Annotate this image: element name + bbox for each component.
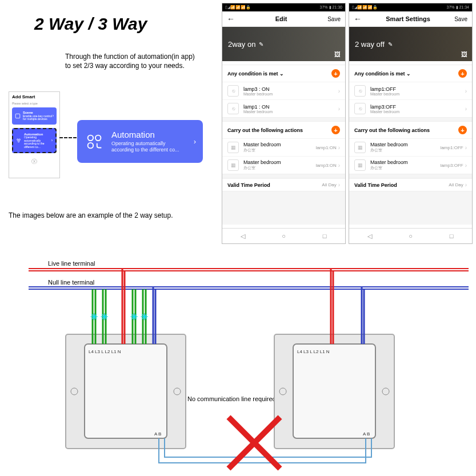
chevron-right-icon: › — [465, 106, 467, 112]
back-button[interactable]: ← — [227, 14, 235, 23]
automation-name: 2way on — [228, 40, 255, 49]
automation-icon — [84, 131, 106, 153]
status-right: 37% ▮ 21:34 — [447, 5, 469, 10]
switch-icon: ▦ — [227, 159, 239, 171]
nav-title: Smart Settings — [386, 15, 430, 22]
svg-text:✳: ✳ — [90, 312, 98, 322]
chevron-down-icon: ⌄ — [279, 71, 284, 77]
android-nav: ◁○□ — [349, 228, 472, 243]
status-left: ▯◢📶📶📶🔒 — [352, 5, 378, 10]
chevron-right-icon: › — [338, 145, 340, 151]
chevron-right-icon: › — [338, 182, 340, 188]
dashed-connector — [59, 137, 77, 138]
action-header: Carry out the following actions — [354, 127, 430, 133]
svg-text:L4 L3  L  L2 L1  N: L4 L3 L L2 L1 N — [297, 349, 330, 354]
edit-icon[interactable]: ✎ — [388, 41, 393, 47]
close-icon: ⓧ — [9, 158, 59, 166]
chevron-right-icon: › — [465, 182, 467, 188]
description-1: Through the function of automation(in ap… — [65, 53, 195, 70]
chevron-right-icon: › — [51, 138, 53, 142]
svg-point-6 — [88, 142, 94, 148]
nav-recent-icon[interactable]: □ — [304, 229, 345, 243]
chevron-right-icon: › — [465, 88, 467, 94]
add-condition-button[interactable]: + — [331, 69, 340, 78]
action-row[interactable]: ▦Master bedroom办公室lamp1:ON› — [222, 138, 345, 156]
nav-recent-icon[interactable]: □ — [431, 229, 472, 243]
mini-phone-add-smart: Add Smart Please select a type SceneEnab… — [9, 91, 60, 178]
phone-screenshot-smart-settings: ▯◢📶📶📶🔒37% ▮ 21:34 ← Smart Settings Save … — [349, 3, 473, 244]
svg-text:✳: ✳ — [101, 312, 108, 322]
switch-icon: ▦ — [227, 142, 239, 153]
mini-header: Add Smart — [9, 92, 59, 102]
svg-point-1 — [17, 139, 19, 141]
save-button[interactable]: Save — [454, 16, 467, 22]
nav-home-icon[interactable]: ○ — [263, 229, 305, 243]
chevron-down-icon: ⌄ — [406, 71, 411, 77]
hero-banner[interactable]: 2way on ✎ 🖼 — [222, 27, 345, 61]
add-action-button[interactable]: + — [331, 126, 340, 134]
action-row[interactable]: ▦Master bedroom办公室lamp1:OFF› — [349, 138, 472, 156]
device-icon: ⎋ — [354, 85, 366, 97]
hero-banner[interactable]: 2 way off ✎ 🖼 — [349, 27, 472, 61]
nav-back-icon[interactable]: ◁ — [349, 229, 390, 243]
action-header: Carry out the following actions — [227, 127, 303, 133]
description-2: The images below are an example of the 2… — [9, 211, 173, 219]
action-row[interactable]: ▦Master bedroom办公室lamp3:ON› — [222, 156, 345, 174]
valid-time-row[interactable]: Valid Time PeriodAll Day› — [222, 178, 345, 191]
add-condition-button[interactable]: + — [458, 69, 467, 78]
nav-home-icon[interactable]: ○ — [390, 229, 431, 243]
chevron-right-icon: › — [338, 88, 340, 94]
svg-text:✳: ✳ — [141, 312, 148, 322]
condition-row[interactable]: ⎋lamp3:OFFMaster bedroom› — [349, 99, 472, 117]
chevron-right-icon: › — [338, 106, 340, 112]
image-icon[interactable]: 🖼 — [334, 51, 341, 58]
automation-icon — [16, 138, 22, 143]
svg-rect-0 — [15, 114, 20, 118]
image-icon[interactable]: 🖼 — [461, 51, 467, 58]
wiring-svg: ✳✳ ✳✳ L4 L3 L L2 L1 N L4 L3 L L2 L1 N A … — [0, 251, 476, 476]
condition-header[interactable]: Any condition is met ⌄ — [354, 71, 411, 77]
device-icon: ⎋ — [227, 103, 239, 114]
back-button[interactable]: ← — [354, 14, 362, 23]
android-nav: ◁○□ — [222, 228, 345, 243]
edit-icon[interactable]: ✎ — [259, 41, 263, 47]
switch-icon: ▦ — [354, 142, 366, 153]
device-icon: ⎋ — [227, 85, 239, 97]
svg-point-2 — [19, 139, 21, 141]
condition-row[interactable]: ⎋lamp3 : ONMaster bedroom› — [222, 82, 345, 99]
automation-title: Automation — [111, 130, 194, 139]
chevron-right-icon: › — [465, 162, 467, 169]
add-action-button[interactable]: + — [458, 126, 467, 134]
svg-text:L4 L3  L  L2 L1  N: L4 L3 L L2 L1 N — [89, 349, 121, 354]
device-icon: ⎋ — [354, 103, 366, 114]
svg-rect-14 — [293, 344, 375, 438]
automation-name: 2 way off — [355, 40, 385, 49]
mini-scene-card: SceneEnable one-key control for multiple… — [12, 107, 57, 125]
automation-sub: Operating automatically according to the… — [111, 141, 194, 153]
scene-icon — [15, 113, 21, 119]
svg-point-5 — [95, 135, 101, 141]
mini-sub: Please select a type — [9, 102, 59, 105]
automation-card-zoom: Automation Operating automatically accor… — [77, 120, 203, 163]
mini-automation-card: AutomationOperating automatically accord… — [12, 128, 57, 154]
svg-rect-12 — [85, 344, 167, 438]
chevron-right-icon: › — [465, 145, 467, 151]
wiring-diagram: Live line terminal Null line terminal No… — [0, 251, 476, 476]
action-row[interactable]: ▦Master bedroom办公室lamp3:OFF› — [349, 156, 472, 174]
svg-text:A B: A B — [154, 431, 161, 437]
nav-back-icon[interactable]: ◁ — [222, 229, 263, 243]
condition-row[interactable]: ⎋lamp1:OFFMaster bedroom› — [349, 82, 472, 99]
phone-screenshot-edit: ▯◢📶📶📶🔒37% ▮ 21:30 ← Edit Save 2way on ✎ … — [222, 3, 346, 244]
condition-row[interactable]: ⎋lamp1 : ONMaster bedroom› — [222, 99, 345, 117]
switch-icon: ▦ — [354, 159, 366, 171]
status-right: 37% ▮ 21:30 — [320, 5, 342, 10]
valid-time-row[interactable]: Valid Time PeriodAll Day› — [349, 178, 472, 191]
page-title: 2 Way / 3 Way — [34, 14, 147, 34]
svg-text:A B: A B — [363, 431, 370, 437]
condition-header[interactable]: Any condition is met ⌄ — [227, 71, 284, 77]
chevron-right-icon: › — [338, 162, 340, 169]
save-button[interactable]: Save — [327, 16, 341, 22]
nav-title: Edit — [275, 15, 287, 22]
svg-point-3 — [18, 141, 19, 142]
chevron-right-icon: › — [194, 138, 196, 146]
